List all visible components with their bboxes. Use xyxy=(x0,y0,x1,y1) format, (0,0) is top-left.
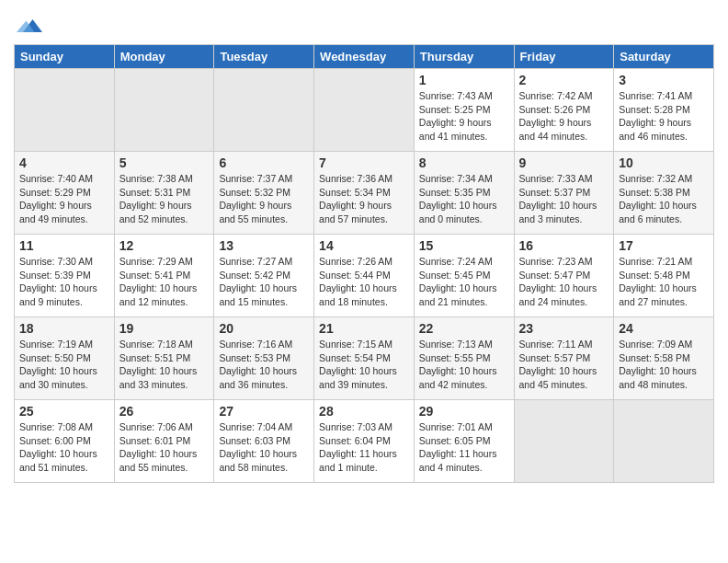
calendar-cell: 27Sunrise: 7:04 AM Sunset: 6:03 PM Dayli… xyxy=(214,400,314,483)
calendar-cell: 29Sunrise: 7:01 AM Sunset: 6:05 PM Dayli… xyxy=(414,400,514,483)
header-row: SundayMondayTuesdayWednesdayThursdayFrid… xyxy=(15,45,714,69)
day-number: 10 xyxy=(619,155,709,170)
day-number: 27 xyxy=(219,404,309,419)
day-number: 7 xyxy=(319,155,409,170)
day-info: Sunrise: 7:16 AM Sunset: 5:53 PM Dayligh… xyxy=(219,338,309,392)
calendar-table: SundayMondayTuesdayWednesdayThursdayFrid… xyxy=(14,44,714,483)
day-info: Sunrise: 7:01 AM Sunset: 6:05 PM Dayligh… xyxy=(419,420,509,475)
logo xyxy=(14,17,42,39)
day-info: Sunrise: 7:15 AM Sunset: 5:54 PM Dayligh… xyxy=(319,338,409,392)
calendar-cell: 14Sunrise: 7:26 AM Sunset: 5:44 PM Dayli… xyxy=(314,235,415,317)
day-info: Sunrise: 7:29 AM Sunset: 5:41 PM Dayligh… xyxy=(119,255,210,309)
calendar-row: 1Sunrise: 7:43 AM Sunset: 5:25 PM Daylig… xyxy=(15,69,714,152)
day-number: 8 xyxy=(419,155,509,170)
day-number: 16 xyxy=(519,238,609,253)
day-info: Sunrise: 7:06 AM Sunset: 6:01 PM Dayligh… xyxy=(119,420,210,475)
day-info: Sunrise: 7:08 AM Sunset: 6:00 PM Dayligh… xyxy=(19,420,109,475)
calendar-cell: 15Sunrise: 7:24 AM Sunset: 5:45 PM Dayli… xyxy=(414,235,514,317)
weekday-header: Wednesday xyxy=(314,45,415,69)
calendar-row: 4Sunrise: 7:40 AM Sunset: 5:29 PM Daylig… xyxy=(15,152,714,235)
day-number: 6 xyxy=(219,155,309,170)
calendar-cell xyxy=(614,400,714,483)
day-number: 13 xyxy=(219,238,309,253)
day-number: 22 xyxy=(419,321,509,336)
calendar-cell xyxy=(15,69,115,152)
day-number: 12 xyxy=(119,238,210,253)
logo-icon xyxy=(17,13,42,39)
calendar-cell: 7Sunrise: 7:36 AM Sunset: 5:34 PM Daylig… xyxy=(314,152,415,235)
day-info: Sunrise: 7:30 AM Sunset: 5:39 PM Dayligh… xyxy=(19,255,109,309)
day-info: Sunrise: 7:41 AM Sunset: 5:28 PM Dayligh… xyxy=(619,89,709,144)
day-number: 3 xyxy=(619,73,709,87)
calendar-cell: 16Sunrise: 7:23 AM Sunset: 5:47 PM Dayli… xyxy=(514,235,614,317)
calendar-cell: 18Sunrise: 7:19 AM Sunset: 5:50 PM Dayli… xyxy=(15,317,115,400)
day-number: 28 xyxy=(319,404,409,419)
calendar-cell: 8Sunrise: 7:34 AM Sunset: 5:35 PM Daylig… xyxy=(414,152,514,235)
calendar-cell: 23Sunrise: 7:11 AM Sunset: 5:57 PM Dayli… xyxy=(514,317,614,400)
day-number: 5 xyxy=(119,155,210,170)
day-info: Sunrise: 7:36 AM Sunset: 5:34 PM Dayligh… xyxy=(319,172,409,226)
calendar-cell: 25Sunrise: 7:08 AM Sunset: 6:00 PM Dayli… xyxy=(15,400,115,483)
weekday-header: Sunday xyxy=(15,45,115,69)
day-info: Sunrise: 7:40 AM Sunset: 5:29 PM Dayligh… xyxy=(19,172,109,226)
day-info: Sunrise: 7:34 AM Sunset: 5:35 PM Dayligh… xyxy=(419,172,509,226)
day-info: Sunrise: 7:09 AM Sunset: 5:58 PM Dayligh… xyxy=(619,338,709,392)
calendar-cell: 10Sunrise: 7:32 AM Sunset: 5:38 PM Dayli… xyxy=(614,152,714,235)
day-info: Sunrise: 7:43 AM Sunset: 5:25 PM Dayligh… xyxy=(419,89,509,144)
day-info: Sunrise: 7:03 AM Sunset: 6:04 PM Dayligh… xyxy=(319,420,409,475)
calendar-row: 25Sunrise: 7:08 AM Sunset: 6:00 PM Dayli… xyxy=(15,400,714,483)
calendar-cell: 13Sunrise: 7:27 AM Sunset: 5:42 PM Dayli… xyxy=(214,235,314,317)
day-number: 26 xyxy=(119,404,210,419)
calendar-cell: 6Sunrise: 7:37 AM Sunset: 5:32 PM Daylig… xyxy=(214,152,314,235)
calendar-cell xyxy=(114,69,214,152)
day-number: 29 xyxy=(419,404,509,419)
calendar-cell: 19Sunrise: 7:18 AM Sunset: 5:51 PM Dayli… xyxy=(114,317,214,400)
calendar-cell: 20Sunrise: 7:16 AM Sunset: 5:53 PM Dayli… xyxy=(214,317,314,400)
calendar-cell: 9Sunrise: 7:33 AM Sunset: 5:37 PM Daylig… xyxy=(514,152,614,235)
day-number: 11 xyxy=(19,238,109,253)
calendar-cell xyxy=(314,69,415,152)
day-info: Sunrise: 7:23 AM Sunset: 5:47 PM Dayligh… xyxy=(519,255,609,309)
calendar-cell: 28Sunrise: 7:03 AM Sunset: 6:04 PM Dayli… xyxy=(314,400,415,483)
weekday-header: Friday xyxy=(514,45,614,69)
calendar-cell xyxy=(514,400,614,483)
day-number: 21 xyxy=(319,321,409,336)
day-number: 9 xyxy=(519,155,609,170)
day-info: Sunrise: 7:37 AM Sunset: 5:32 PM Dayligh… xyxy=(219,172,309,226)
day-number: 25 xyxy=(19,404,109,419)
day-number: 4 xyxy=(19,155,109,170)
day-info: Sunrise: 7:32 AM Sunset: 5:38 PM Dayligh… xyxy=(619,172,709,226)
day-info: Sunrise: 7:26 AM Sunset: 5:44 PM Dayligh… xyxy=(319,255,409,309)
calendar-cell: 3Sunrise: 7:41 AM Sunset: 5:28 PM Daylig… xyxy=(614,69,714,152)
day-info: Sunrise: 7:04 AM Sunset: 6:03 PM Dayligh… xyxy=(219,420,309,475)
day-number: 23 xyxy=(519,321,609,336)
calendar-cell: 12Sunrise: 7:29 AM Sunset: 5:41 PM Dayli… xyxy=(114,235,214,317)
calendar-cell: 11Sunrise: 7:30 AM Sunset: 5:39 PM Dayli… xyxy=(15,235,115,317)
day-info: Sunrise: 7:42 AM Sunset: 5:26 PM Dayligh… xyxy=(519,89,609,144)
calendar-cell: 4Sunrise: 7:40 AM Sunset: 5:29 PM Daylig… xyxy=(15,152,115,235)
day-info: Sunrise: 7:21 AM Sunset: 5:48 PM Dayligh… xyxy=(619,255,709,309)
weekday-header: Saturday xyxy=(614,45,714,69)
day-info: Sunrise: 7:11 AM Sunset: 5:57 PM Dayligh… xyxy=(519,338,609,392)
calendar-cell xyxy=(214,69,314,152)
calendar-cell: 22Sunrise: 7:13 AM Sunset: 5:55 PM Dayli… xyxy=(414,317,514,400)
calendar-cell: 17Sunrise: 7:21 AM Sunset: 5:48 PM Dayli… xyxy=(614,235,714,317)
weekday-header: Thursday xyxy=(414,45,514,69)
day-number: 14 xyxy=(319,238,409,253)
calendar-cell: 2Sunrise: 7:42 AM Sunset: 5:26 PM Daylig… xyxy=(514,69,614,152)
day-number: 18 xyxy=(19,321,109,336)
day-number: 2 xyxy=(519,73,609,87)
calendar-cell: 5Sunrise: 7:38 AM Sunset: 5:31 PM Daylig… xyxy=(114,152,214,235)
day-number: 19 xyxy=(119,321,210,336)
calendar-cell: 24Sunrise: 7:09 AM Sunset: 5:58 PM Dayli… xyxy=(614,317,714,400)
day-info: Sunrise: 7:33 AM Sunset: 5:37 PM Dayligh… xyxy=(519,172,609,226)
day-info: Sunrise: 7:13 AM Sunset: 5:55 PM Dayligh… xyxy=(419,338,509,392)
day-number: 15 xyxy=(419,238,509,253)
calendar-row: 11Sunrise: 7:30 AM Sunset: 5:39 PM Dayli… xyxy=(15,235,714,317)
day-info: Sunrise: 7:24 AM Sunset: 5:45 PM Dayligh… xyxy=(419,255,509,309)
calendar-cell: 21Sunrise: 7:15 AM Sunset: 5:54 PM Dayli… xyxy=(314,317,415,400)
day-info: Sunrise: 7:38 AM Sunset: 5:31 PM Dayligh… xyxy=(119,172,210,226)
day-number: 1 xyxy=(419,73,509,87)
calendar-cell: 26Sunrise: 7:06 AM Sunset: 6:01 PM Dayli… xyxy=(114,400,214,483)
weekday-header: Monday xyxy=(114,45,214,69)
